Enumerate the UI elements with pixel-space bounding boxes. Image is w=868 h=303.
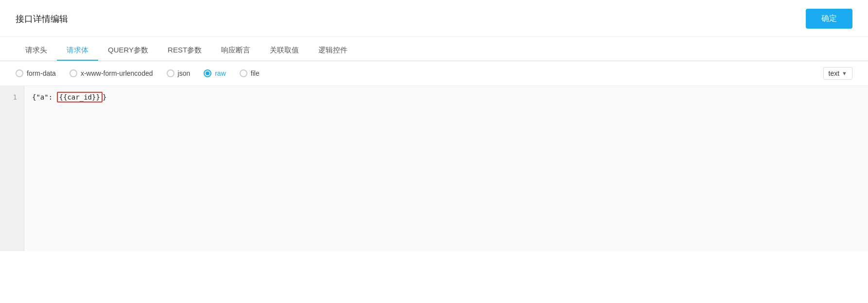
radio-label-raw: raw [215,69,226,77]
confirm-button[interactable]: 确定 [806,9,852,29]
radio-json[interactable]: json [167,69,191,77]
code-prefix: {"a": [32,93,57,101]
tab-logic-control[interactable]: 逻辑控件 [309,39,357,61]
line-number-1: 1 [13,93,17,101]
tab-rest-params[interactable]: REST参数 [158,39,211,61]
page-header: 接口详情编辑 确定 [0,0,868,37]
radio-circle-file [240,69,247,77]
tab-related-value[interactable]: 关联取值 [260,39,309,61]
radio-file[interactable]: file [240,69,260,77]
radio-label-x-www: x-www-form-urlencoded [81,69,153,77]
radio-circle-json [167,69,174,77]
radio-raw[interactable]: raw [204,69,226,77]
radio-circle-x-www [69,69,77,77]
radio-circle-form-data [16,69,23,77]
radio-circle-raw [204,69,211,77]
radio-label-form-data: form-data [27,69,56,77]
radio-x-www[interactable]: x-www-form-urlencoded [69,69,153,77]
editor-area: 1 {"a": {{car_id}}} [0,86,868,251]
radio-form-data[interactable]: form-data [16,69,56,77]
body-options: form-data x-www-form-urlencoded json raw… [0,61,868,86]
code-editor[interactable]: {"a": {{car_id}}} [24,86,868,251]
code-variable: {{car_id}} [57,92,103,102]
tab-request-header[interactable]: 请求头 [16,39,57,61]
tab-query-params[interactable]: QUERY参数 [98,39,158,61]
format-dropdown-label: text [829,69,840,77]
tab-response-assert[interactable]: 响应断言 [211,39,260,61]
tab-request-body[interactable]: 请求体 [57,39,98,61]
chevron-down-icon: ▼ [842,70,847,76]
code-suffix: } [103,93,106,101]
radio-label-json: json [178,69,191,77]
format-dropdown[interactable]: text ▼ [823,67,852,80]
tabs-bar: 请求头 请求体 QUERY参数 REST参数 响应断言 关联取值 逻辑控件 [0,39,868,61]
radio-label-file: file [251,69,260,77]
line-numbers: 1 [0,86,24,251]
page-title: 接口详情编辑 [16,13,68,25]
